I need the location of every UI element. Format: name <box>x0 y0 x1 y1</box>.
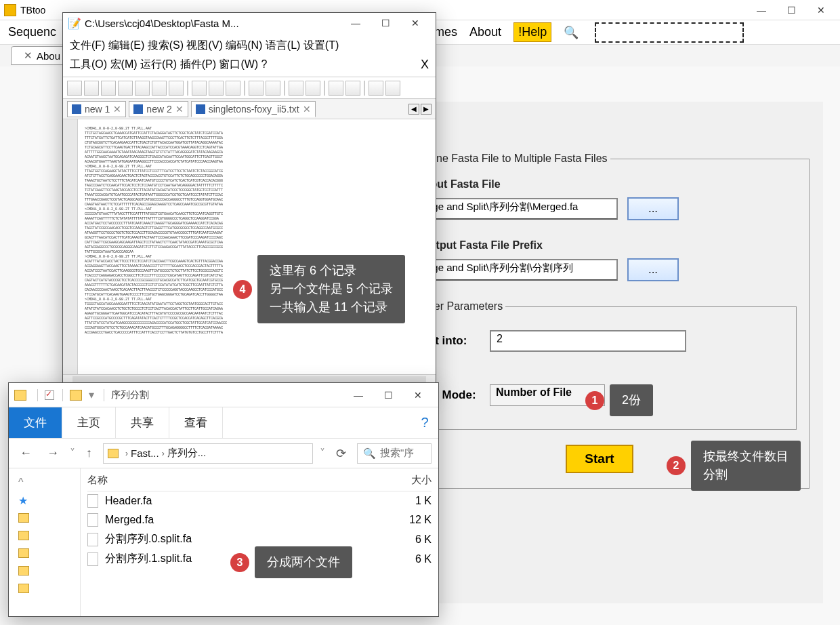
help-button[interactable]: !Help <box>513 22 551 42</box>
callout-number: 1 <box>585 391 604 410</box>
list-header: 名称 大小 <box>87 474 432 491</box>
breadcrumb-item[interactable]: 序列分... <box>167 447 207 460</box>
callout-text: 按最终文件数目 分割 <box>691 441 801 491</box>
paste-icon[interactable] <box>226 81 240 96</box>
maximize-button[interactable]: ☐ <box>776 1 806 20</box>
tab-prev-icon[interactable]: ◀ <box>408 104 419 115</box>
zoom-out-icon[interactable] <box>345 81 360 96</box>
npp-menu-line2: 工具(O) 宏(M) 运行(R) 插件(P) 窗口(W) ? <box>70 58 268 70</box>
tab-close-icon[interactable]: ✕ <box>113 104 121 115</box>
refresh-icon[interactable]: ⟳ <box>332 444 350 463</box>
explorer-ribbon: 文件 主页 共享 查看 ? <box>9 407 438 439</box>
explorer-titlebar[interactable]: ▾ 序列分割 — ☐ ✕ <box>9 383 438 407</box>
npp-tab-new1[interactable]: new 1✕ <box>67 101 126 117</box>
tab-close-icon[interactable]: ✕ <box>24 49 33 62</box>
file-icon <box>87 513 98 527</box>
sidebar-folder[interactable] <box>12 580 77 597</box>
close-file-icon[interactable] <box>135 81 150 96</box>
explorer-search[interactable]: 🔍 搜索"序 <box>357 443 432 464</box>
replace-icon[interactable] <box>306 81 320 96</box>
ribbon-home[interactable]: 主页 <box>62 407 116 438</box>
exp-close-button[interactable]: ✕ <box>403 386 433 405</box>
nav-back-icon[interactable]: ← <box>16 444 36 462</box>
toolbar-separator <box>244 81 245 96</box>
cut-icon[interactable] <box>192 81 207 96</box>
callout-text: 这里有 6 个记录 另一个文件是 5 个记录 一共输入是 11 个记录 <box>257 255 405 323</box>
ribbon-help-icon[interactable]: ? <box>411 407 438 438</box>
close-button[interactable]: ✕ <box>806 1 836 20</box>
sidebar-folder[interactable] <box>12 544 77 562</box>
save-all-icon[interactable] <box>118 81 133 96</box>
tab-next-icon[interactable]: ▶ <box>421 104 432 115</box>
npp-editor[interactable]: >CMD41_0.0-0-2_0-98.2T TT.PLL.AAT TTCTGC… <box>63 119 436 374</box>
split-panel: Split Split One Fasta File to Multiple F… <box>376 102 823 603</box>
tab-close-icon[interactable]: ✕ <box>303 104 311 115</box>
folder-icon <box>18 548 29 558</box>
npp-minimize-button[interactable]: — <box>341 14 371 33</box>
menu-mes[interactable]: mes <box>434 25 457 39</box>
output-label: Set Output Fasta File Prefix <box>401 239 798 251</box>
sidebar-up-icon[interactable]: ^ <box>12 474 77 491</box>
sidebar-folder[interactable] <box>12 509 77 527</box>
callout-number: 4 <box>233 280 252 299</box>
group-split: Split One Fasta File to Multiple Fasta F… <box>390 153 810 489</box>
menu-sequence[interactable]: Sequenc <box>8 25 56 39</box>
nav-up-icon[interactable]: ↑ <box>82 444 96 462</box>
file-icon <box>87 552 98 566</box>
callout-1: 1 2份 <box>585 384 653 416</box>
col-name[interactable]: 名称 <box>87 474 371 487</box>
ribbon-file[interactable]: 文件 <box>9 407 62 438</box>
search-input[interactable] <box>595 22 744 43</box>
ribbon-share[interactable]: 共享 <box>116 407 169 438</box>
close-all-icon[interactable] <box>152 81 167 96</box>
macro-icon[interactable] <box>385 81 400 96</box>
ribbon-view[interactable]: 查看 <box>169 407 223 438</box>
npp-menu-line1: 文件(F) 编辑(E) 搜索(S) 视图(V) 编码(N) 语言(L) 设置(T… <box>70 39 339 51</box>
new-file-icon[interactable] <box>67 81 82 96</box>
npp-tab-singletons[interactable]: singletons-foxy_ii5.txt✕ <box>191 101 316 117</box>
save-icon[interactable] <box>101 81 116 96</box>
npp-menubar[interactable]: 文件(F) 编辑(E) 搜索(S) 视图(V) 编码(N) 语言(L) 设置(T… <box>63 33 436 77</box>
search-icon: 🔍 <box>363 447 376 460</box>
address-bar[interactable]: › Fast... › 序列分... <box>103 443 313 464</box>
zoom-in-icon[interactable] <box>329 81 343 96</box>
sync-icon[interactable] <box>369 81 383 96</box>
npp-titlebar[interactable]: 📝 C:\Users\ccj04\Desktop\Fasta M... — ☐ … <box>63 13 436 33</box>
sidebar-folder[interactable] <box>12 562 77 580</box>
redo-icon[interactable] <box>266 81 280 96</box>
tab-close-icon[interactable]: ✕ <box>175 104 184 115</box>
tab-nav: ◀ ▶ <box>408 104 432 115</box>
file-icon <box>87 533 98 546</box>
minimize-button[interactable]: — <box>747 1 776 20</box>
tab-about[interactable]: ✕ Abou <box>11 46 68 65</box>
nav-forward-icon[interactable]: → <box>43 444 63 462</box>
npp-close-button[interactable]: ✕ <box>400 14 430 33</box>
col-size[interactable]: 大小 <box>371 474 432 487</box>
menu-about[interactable]: About <box>469 25 501 39</box>
browse-output-button[interactable]: ... <box>627 258 679 281</box>
start-button[interactable]: Start <box>566 445 633 473</box>
list-item[interactable]: Merged.fa12 K <box>87 510 432 529</box>
line-gutter <box>63 119 78 374</box>
npp-tab-new2[interactable]: new 2✕ <box>129 101 188 117</box>
npp-menu-close-icon[interactable]: X <box>421 55 429 74</box>
undo-icon[interactable] <box>249 81 264 96</box>
panel-title: Split <box>388 114 811 135</box>
folder-icon <box>18 566 29 576</box>
sidebar-quick-access[interactable]: ★ <box>12 491 77 509</box>
browse-input-button[interactable]: ... <box>627 197 679 220</box>
exp-minimize-button[interactable]: — <box>343 386 373 405</box>
print-icon[interactable] <box>169 81 184 96</box>
star-icon: ★ <box>18 494 28 507</box>
copy-icon[interactable] <box>209 81 224 96</box>
exp-maximize-button[interactable]: ☐ <box>373 386 403 405</box>
npp-maximize-button[interactable]: ☐ <box>371 14 400 33</box>
breadcrumb-item[interactable]: Fast... <box>131 447 159 459</box>
search-icon[interactable]: 🔍 <box>564 25 579 40</box>
split-into-input[interactable]: 2 <box>490 330 686 352</box>
open-file-icon[interactable] <box>84 81 99 96</box>
file-list: 名称 大小 Header.fa1 K Merged.fa12 K 分割序列.0.… <box>81 468 438 616</box>
sidebar-folder[interactable] <box>12 527 77 544</box>
list-item[interactable]: Header.fa1 K <box>87 491 432 510</box>
find-icon[interactable] <box>289 81 303 96</box>
